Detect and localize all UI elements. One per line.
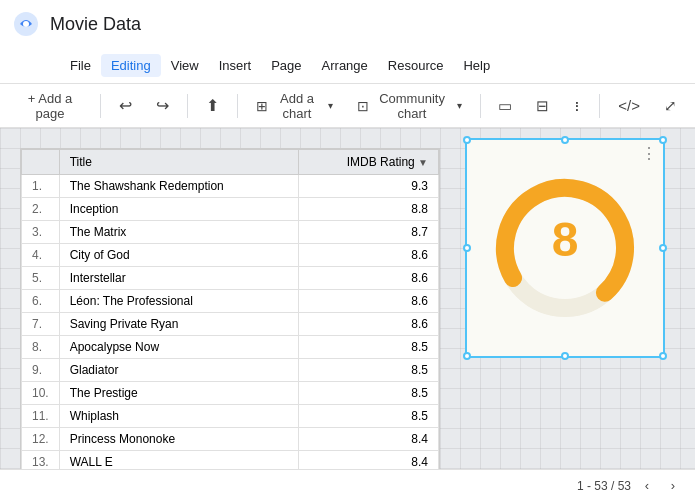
filter-button[interactable]: ⊟ [526,91,559,121]
resize-handle-bl[interactable] [463,352,471,360]
add-chart-button[interactable]: ⊞ Add a chart [246,85,344,127]
resize-handle-tm[interactable] [561,136,569,144]
calendar-button[interactable]: ▭ [488,91,522,121]
table-row: 10. The Prestige 8.5 [22,382,439,405]
gauge-svg: 8 [485,168,645,328]
table-row: 2. Inception 8.8 [22,198,439,221]
expand-icon: ⤢ [664,97,677,115]
undo-icon: ↩ [119,96,132,115]
row-title: Gladiator [59,359,298,382]
col-rating-header[interactable]: IMDB Rating ▼ [299,150,439,175]
table-row: 3. The Matrix 8.7 [22,221,439,244]
menu-file[interactable]: File [60,54,101,77]
row-num: 10. [22,382,60,405]
menu-view[interactable]: View [161,54,209,77]
menu-editing[interactable]: Editing [101,54,161,77]
row-num: 3. [22,221,60,244]
data-table-container: Title IMDB Rating ▼ 1. The Shawshank Red… [20,148,440,469]
toolbar-separator-3 [237,94,238,118]
row-rating: 8.8 [299,198,439,221]
table-row: 1. The Shawshank Redemption 9.3 [22,175,439,198]
menu-help[interactable]: Help [453,54,500,77]
row-num: 13. [22,451,60,470]
gauge-value: 8 [552,213,579,266]
expand-button[interactable]: ⤢ [654,91,687,121]
gauge-widget[interactable]: 8 [465,138,665,358]
resize-handle-lm[interactable] [463,244,471,252]
row-num: 8. [22,336,60,359]
row-title: The Shawshank Redemption [59,175,298,198]
row-title: Saving Private Ryan [59,313,298,336]
row-rating: 8.6 [299,313,439,336]
row-num: 7. [22,313,60,336]
col-title-header: Title [59,150,298,175]
title-bar: Movie Data [0,0,695,48]
code-button[interactable]: </> [608,91,650,120]
resize-handle-br[interactable] [659,352,667,360]
add-page-button[interactable]: + Add a page [8,85,92,127]
menu-arrange[interactable]: Arrange [312,54,378,77]
row-rating: 8.6 [299,244,439,267]
bar-chart-icon: ⫶ [573,97,581,114]
row-num: 6. [22,290,60,313]
next-icon: › [671,478,675,493]
row-title: Inception [59,198,298,221]
row-rating: 8.5 [299,382,439,405]
menu-resource[interactable]: Resource [378,54,454,77]
svg-point-1 [23,21,29,27]
prev-page-button[interactable]: ‹ [637,476,657,495]
table-row: 13. WALL E 8.4 [22,451,439,470]
table-row: 7. Saving Private Ryan 8.6 [22,313,439,336]
undo-button[interactable]: ↩ [109,90,142,121]
redo-icon: ↪ [156,96,169,115]
cursor-icon: ⬆ [206,96,219,115]
row-num: 12. [22,428,60,451]
table-row: 8. Apocalypse Now 8.5 [22,336,439,359]
row-rating: 9.3 [299,175,439,198]
canvas-background[interactable]: Title IMDB Rating ▼ 1. The Shawshank Red… [0,128,695,469]
row-title: Interstellar [59,267,298,290]
pagination: 1 - 53 / 53 ‹ › [577,476,683,495]
row-rating: 8.4 [299,451,439,470]
resize-handle-tl[interactable] [463,136,471,144]
row-rating: 8.6 [299,267,439,290]
table-row: 11. Whiplash 8.5 [22,405,439,428]
col-num-header [22,150,60,175]
menu-insert[interactable]: Insert [209,54,262,77]
resize-handle-rm[interactable] [659,244,667,252]
row-title: Léon: The Professional [59,290,298,313]
resize-handle-bm[interactable] [561,352,569,360]
menu-bar: File Editing View Insert Page Arrange Re… [0,48,695,84]
prev-icon: ‹ [645,478,649,493]
table-row: 12. Princess Mononoke 8.4 [22,428,439,451]
chart-icon: ⊞ [256,98,268,114]
resize-handle-tr[interactable] [659,136,667,144]
row-rating: 8.5 [299,336,439,359]
toolbar-separator-4 [480,94,481,118]
toolbar: + Add a page ↩ ↪ ⬆ ⊞ Add a chart ⊡ Commu… [0,84,695,128]
row-title: Princess Mononoke [59,428,298,451]
community-chart-button[interactable]: ⊡ Community chart [347,85,471,127]
app-title: Movie Data [50,14,141,35]
row-title: City of God [59,244,298,267]
row-rating: 8.5 [299,359,439,382]
status-bar: 1 - 53 / 53 ‹ › [0,469,695,501]
chart-type-button[interactable]: ⫶ [563,91,591,120]
filter-icon: ⊟ [536,97,549,115]
data-table: Title IMDB Rating ▼ 1. The Shawshank Red… [21,149,439,469]
next-page-button[interactable]: › [663,476,683,495]
table-row: 5. Interstellar 8.6 [22,267,439,290]
table-row: 4. City of God 8.6 [22,244,439,267]
row-rating: 8.4 [299,428,439,451]
select-tool-button[interactable]: ⬆ [196,90,229,121]
row-title: Whiplash [59,405,298,428]
row-rating: 8.6 [299,290,439,313]
table-row: 9. Gladiator 8.5 [22,359,439,382]
canvas-area: Title IMDB Rating ▼ 1. The Shawshank Red… [0,128,695,469]
pagination-text: 1 - 53 / 53 [577,479,631,493]
redo-button[interactable]: ↪ [146,90,179,121]
row-num: 5. [22,267,60,290]
toolbar-separator-2 [187,94,188,118]
row-title: The Matrix [59,221,298,244]
menu-page[interactable]: Page [261,54,311,77]
